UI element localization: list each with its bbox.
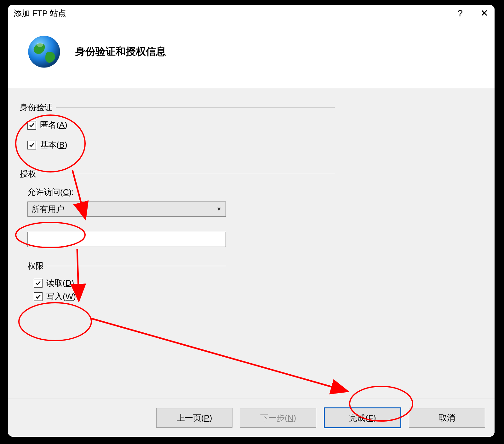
- checkbox-read-box[interactable]: [34, 279, 43, 288]
- checkbox-read[interactable]: 读取(D): [34, 278, 226, 289]
- chevron-down-icon: ▼: [216, 206, 222, 213]
- fieldset-authentication: 身份验证 匿名(A) 基本(B): [20, 107, 335, 161]
- checkbox-write-label: 写入(W): [46, 291, 76, 302]
- allow-access-select[interactable]: 所有用户 ▼: [27, 202, 226, 217]
- checkbox-anonymous-label: 匿名(A): [40, 120, 67, 131]
- checkbox-write[interactable]: 写入(W): [34, 291, 226, 302]
- svg-point-1: [37, 43, 43, 47]
- fieldset-authorization: 授权 允许访问(C): 所有用户 ▼ 权限: [20, 174, 335, 315]
- legend-authentication: 身份验证: [20, 102, 56, 113]
- wizard-footer: 上一页(P) 下一步(N) 完成(F) 取消: [8, 399, 495, 437]
- dialog-add-ftp-site: 添加 FTP 站点 ? ✕: [8, 5, 495, 437]
- previous-button[interactable]: 上一页(P): [156, 408, 232, 428]
- close-icon[interactable]: ✕: [480, 9, 488, 18]
- allow-access-label: 允许访问(C):: [27, 187, 330, 198]
- checkbox-read-label: 读取(D): [46, 278, 74, 289]
- legend-permissions: 权限: [27, 260, 47, 272]
- checkbox-basic-label: 基本(B): [40, 139, 67, 150]
- checkbox-anonymous-box[interactable]: [27, 121, 36, 130]
- wizard-header: 身份验证和授权信息: [8, 22, 495, 88]
- svg-point-0: [28, 36, 60, 67]
- checkbox-basic[interactable]: 基本(B): [27, 139, 330, 150]
- help-icon[interactable]: ?: [457, 9, 463, 18]
- allow-access-textbox[interactable]: [27, 232, 226, 247]
- checkbox-write-box[interactable]: [34, 292, 43, 301]
- window-title: 添加 FTP 站点: [14, 8, 66, 19]
- allow-access-select-value: 所有用户: [32, 204, 64, 215]
- fieldset-permissions: 权限 读取(D) 写入(W): [27, 266, 226, 302]
- legend-authorization: 授权: [20, 168, 39, 179]
- title-bar: 添加 FTP 站点 ? ✕: [8, 5, 495, 22]
- next-button: 下一步(N): [240, 408, 316, 428]
- checkbox-anonymous[interactable]: 匿名(A): [27, 120, 330, 131]
- page-title: 身份验证和授权信息: [75, 45, 166, 59]
- wizard-body: 身份验证 匿名(A) 基本(B): [8, 88, 495, 432]
- globe-icon: [27, 34, 61, 69]
- checkbox-basic-box[interactable]: [27, 141, 36, 149]
- finish-button[interactable]: 完成(F): [324, 407, 401, 428]
- cancel-button[interactable]: 取消: [409, 408, 485, 428]
